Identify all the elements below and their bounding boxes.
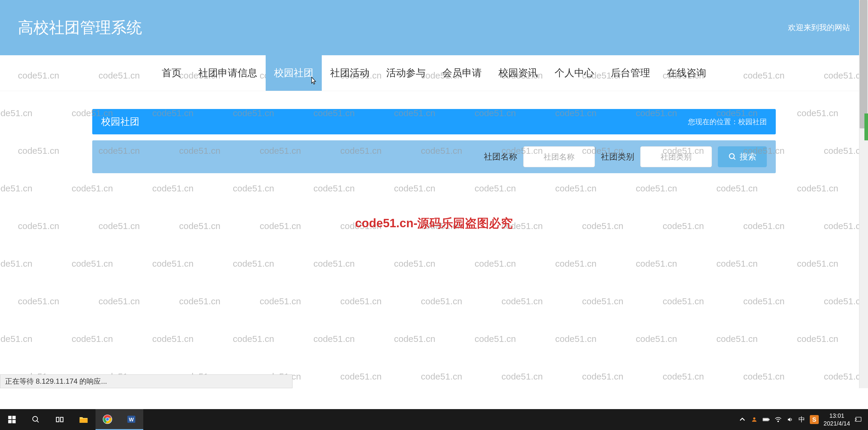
- svg-text:W: W: [129, 416, 134, 422]
- nav-campus-news[interactable]: 校园资讯: [490, 55, 546, 91]
- tray-volume-icon[interactable]: [786, 416, 794, 423]
- folder-icon: [79, 416, 88, 424]
- search-name-label: 社团名称: [484, 151, 517, 162]
- notification-center-icon[interactable]: 2: [855, 416, 862, 423]
- taskbar-left: W: [0, 409, 143, 430]
- file-explorer-button[interactable]: [72, 409, 95, 430]
- breadcrumb-path: 您现在的位置：校园社团: [688, 117, 767, 127]
- svg-rect-2: [8, 416, 12, 419]
- svg-rect-9: [61, 418, 63, 422]
- browser-status-bar: 正在等待 8.129.11.174 的响应...: [0, 374, 292, 388]
- chrome-button[interactable]: [95, 409, 119, 430]
- nav-backend-manage[interactable]: 后台管理: [602, 55, 658, 91]
- nav-club-apply[interactable]: 社团申请信息: [190, 55, 266, 91]
- search-icon: [32, 416, 40, 424]
- content-wrapper: 校园社团 您现在的位置：校园社团 社团名称 社团类别 搜索: [86, 109, 782, 173]
- search-bar: 社团名称 社团类别 搜索: [92, 140, 776, 173]
- nav-home[interactable]: 首页: [153, 55, 190, 91]
- svg-point-14: [106, 418, 109, 421]
- nav-campus-club[interactable]: 校园社团: [266, 55, 322, 91]
- svg-rect-10: [80, 419, 88, 423]
- center-watermark: code51.cn-源码乐园盗图必究: [355, 215, 513, 232]
- vertical-scrollbar[interactable]: [859, 0, 868, 388]
- breadcrumb-title: 校园社团: [101, 115, 140, 128]
- search-icon: [728, 153, 737, 161]
- taskbar-clock[interactable]: 13:01 2021/4/14: [824, 412, 850, 427]
- svg-point-6: [33, 417, 38, 421]
- tray-sogou-icon[interactable]: S: [810, 415, 819, 424]
- svg-line-7: [37, 421, 39, 423]
- search-name-input[interactable]: [523, 146, 595, 167]
- start-button[interactable]: [0, 409, 24, 430]
- tray-expand-icon[interactable]: [739, 416, 746, 423]
- windows-taskbar: W: [0, 409, 868, 430]
- svg-rect-4: [8, 420, 12, 423]
- green-indicator: [864, 114, 868, 140]
- search-category-input[interactable]: [640, 146, 712, 167]
- nav-member-apply[interactable]: 会员申请: [434, 55, 490, 91]
- chrome-icon: [102, 414, 113, 424]
- breadcrumb-bar: 校园社团 您现在的位置：校园社团: [92, 109, 776, 134]
- welcome-text[interactable]: 欢迎来到我的网站: [788, 22, 850, 33]
- windows-icon: [7, 415, 17, 424]
- top-header: 高校社团管理系统 欢迎来到我的网站: [0, 0, 868, 55]
- taskbar-right: 中 S 13:01 2021/4/14 2: [739, 412, 868, 427]
- task-view-icon: [55, 415, 64, 424]
- search-taskbar-button[interactable]: [24, 409, 48, 430]
- svg-rect-8: [56, 418, 59, 422]
- nav-personal-center[interactable]: 个人中心: [546, 55, 602, 91]
- svg-rect-3: [12, 416, 16, 419]
- tray-wifi-icon[interactable]: [775, 416, 782, 423]
- svg-point-17: [753, 418, 755, 420]
- nav-online-consult[interactable]: 在线咨询: [658, 55, 715, 91]
- nav-club-activity[interactable]: 社团活动: [322, 55, 378, 91]
- search-category-label: 社团类别: [601, 151, 634, 162]
- svg-rect-20: [764, 419, 768, 421]
- svg-rect-19: [769, 419, 769, 420]
- tray-ime[interactable]: 中: [799, 415, 805, 424]
- tray-people-icon[interactable]: [751, 416, 758, 423]
- search-button[interactable]: 搜索: [718, 146, 767, 167]
- word-icon: W: [127, 414, 136, 424]
- svg-point-21: [778, 421, 779, 422]
- svg-line-1: [734, 158, 736, 160]
- tray-battery-icon[interactable]: [763, 416, 770, 423]
- site-title: 高校社团管理系统: [18, 17, 142, 38]
- svg-point-0: [730, 154, 734, 159]
- nav-activity-participate[interactable]: 活动参与: [378, 55, 434, 91]
- task-view-button[interactable]: [48, 409, 72, 430]
- word-button[interactable]: W: [119, 409, 143, 430]
- scrollbar-thumb[interactable]: [860, 0, 867, 128]
- svg-rect-5: [12, 420, 16, 423]
- nav-bar: 首页 社团申请信息 校园社团 社团活动 活动参与 会员申请 校园资讯 个人中心 …: [0, 55, 868, 91]
